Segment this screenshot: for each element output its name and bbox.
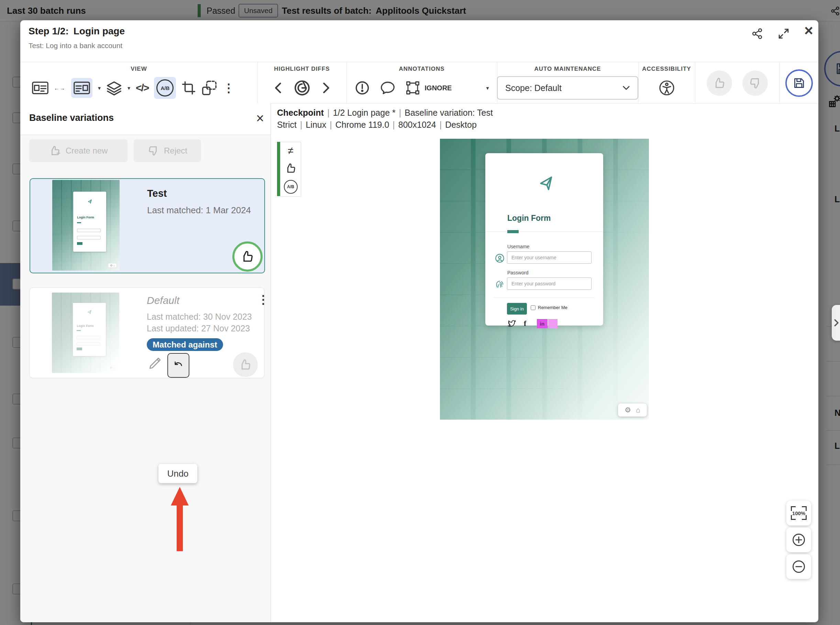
zoom-out-button[interactable] bbox=[786, 554, 811, 579]
dialog-title: Step 1/2: Login page bbox=[28, 26, 125, 37]
accessibility-label: ACCESSIBILITY bbox=[638, 65, 695, 73]
scope-value: Scope: Default bbox=[505, 83, 562, 93]
crop-icon[interactable] bbox=[181, 81, 196, 95]
fingerprint-icon bbox=[495, 280, 505, 289]
highlight-diffs-label: HIGHLIGHT DIFFS bbox=[257, 65, 346, 73]
baseline-card-default[interactable]: Login Form ⚙⌂ ⋮ Default Last matched: 30… bbox=[30, 288, 264, 378]
login-form-heading: Login Form bbox=[507, 214, 551, 223]
red-arrow-annotation bbox=[177, 505, 183, 551]
fullscreen-button[interactable] bbox=[778, 28, 790, 39]
highlight-diffs-icon[interactable] bbox=[293, 79, 311, 96]
applitools-logo bbox=[537, 174, 555, 192]
more-options-icon[interactable]: ⋮ bbox=[223, 81, 234, 95]
ab-icon[interactable]: A/B bbox=[284, 180, 298, 194]
thumbs-up-icon[interactable] bbox=[285, 162, 297, 174]
baseline-card-test[interactable]: Login Form ⚙⌂ Test Last matched: 1 Mar 2… bbox=[30, 178, 265, 274]
sign-in-button[interactable]: Sign in bbox=[507, 303, 527, 314]
annotations-caret-icon[interactable]: ▾ bbox=[486, 85, 489, 91]
step-details-dialog: Step 1/2: Login page Test: Log into a ba… bbox=[20, 20, 818, 622]
accessibility-icon[interactable] bbox=[659, 80, 675, 96]
layers-icon[interactable] bbox=[106, 80, 122, 96]
toolbar-section-accessibility: ACCESSIBILITY bbox=[638, 62, 695, 103]
checkpoint-layout-icon[interactable] bbox=[71, 78, 92, 98]
ab-compare-icon[interactable]: A/B bbox=[154, 77, 176, 99]
variation-name: Test bbox=[147, 188, 167, 199]
baseline-variations-panel: Baseline variations × Create new Reject … bbox=[20, 103, 271, 622]
divider bbox=[485, 232, 603, 232]
ignore-region-button[interactable]: IGNORE bbox=[405, 81, 452, 95]
auto-maintenance-label: AUTO MAINTENANCE bbox=[497, 65, 638, 73]
diff-indicator-strip: ≠ A/B bbox=[277, 142, 301, 196]
gear-icon: ⚙ bbox=[625, 406, 631, 414]
toolbar-section-auto-maintenance: AUTO MAINTENANCE Scope: Default bbox=[497, 62, 639, 103]
ignore-label: IGNORE bbox=[425, 84, 452, 92]
scope-select[interactable]: Scope: Default bbox=[497, 76, 638, 100]
diff-highlight-region bbox=[548, 319, 558, 328]
toolbar-section-highlight-diffs: HIGHLIGHT DIFFS bbox=[257, 62, 347, 103]
comment-icon[interactable] bbox=[380, 80, 395, 95]
share-button[interactable] bbox=[751, 28, 763, 39]
create-new-button[interactable]: Create new bbox=[29, 140, 128, 162]
remember-me-box[interactable] bbox=[531, 305, 536, 310]
username-input[interactable] bbox=[507, 251, 592, 264]
toolbar-section-view: VIEW ←→ ▾ ▾ </> A/B bbox=[20, 62, 258, 103]
screenshot-corner-controls: ⚙ ⌂ bbox=[618, 404, 647, 417]
thumbnail-footer-icons: ⚙⌂ bbox=[108, 263, 117, 268]
linkedin-icon-diff-highlight[interactable]: in bbox=[537, 319, 547, 328]
checkpoint-line-2: Strict|Linux|Chrome 119.0|800x1024|Deskt… bbox=[277, 119, 493, 131]
variation-menu-icon[interactable]: ⋮ bbox=[257, 292, 269, 306]
user-icon bbox=[495, 253, 505, 263]
baseline-thumbnail: Login Form ⚙⌂ bbox=[52, 180, 120, 271]
view-section-label: VIEW bbox=[20, 65, 257, 73]
divider bbox=[494, 297, 595, 298]
checkpoint-line-1: Checkpoint|1/2 Login page *|Baseline var… bbox=[277, 107, 493, 119]
reject-step-button[interactable] bbox=[742, 70, 768, 96]
baseline-thumbnail: Login Form ⚙⌂ bbox=[52, 292, 119, 373]
undo-tooltip: Undo bbox=[159, 464, 197, 483]
panel-header: Baseline variations × bbox=[20, 103, 271, 135]
checkpoint-info: Checkpoint|1/2 Login page *|Baseline var… bbox=[277, 107, 493, 131]
accept-step-button[interactable] bbox=[707, 70, 732, 96]
toolbar: VIEW ←→ ▾ ▾ </> A/B bbox=[20, 62, 818, 104]
login-form-card: Login Form Username Password Sign in Rem… bbox=[485, 153, 603, 325]
diff-icon: ≠ bbox=[288, 145, 293, 157]
baseline-layout-icon[interactable] bbox=[32, 80, 48, 95]
checkpoint-screenshot: Login Form Username Password Sign in Rem… bbox=[440, 139, 649, 420]
code-view-icon[interactable]: </> bbox=[136, 82, 148, 94]
next-diff-icon[interactable] bbox=[323, 82, 330, 94]
variation-last-matched: Last matched: 30 Nov 2023 bbox=[147, 312, 252, 322]
zoom-fit-button[interactable]: 100% bbox=[786, 501, 811, 525]
password-label: Password bbox=[507, 270, 528, 275]
zoom-in-button[interactable] bbox=[786, 527, 811, 552]
accept-variation-button[interactable] bbox=[233, 352, 258, 377]
remember-me-checkbox[interactable]: Remember Me bbox=[531, 305, 567, 310]
twitter-icon[interactable] bbox=[507, 319, 516, 329]
dialog-subtitle: Test: Log into a bank account bbox=[28, 42, 122, 50]
issue-icon[interactable] bbox=[355, 80, 370, 95]
reject-button[interactable]: Reject bbox=[134, 140, 201, 162]
annotations-label: ANNOTATIONS bbox=[346, 65, 497, 73]
variation-last-updated: Last updated: 27 Nov 2023 bbox=[147, 323, 250, 333]
variation-last-matched: Last matched: 1 Mar 2024 bbox=[147, 205, 251, 216]
facebook-icon[interactable]: f bbox=[524, 319, 526, 328]
panel-title: Baseline variations bbox=[29, 113, 114, 123]
layout-caret-icon[interactable]: ▾ bbox=[98, 85, 101, 91]
save-button[interactable] bbox=[785, 69, 813, 97]
prev-diff-icon[interactable] bbox=[274, 82, 282, 94]
edit-variation-icon[interactable] bbox=[148, 356, 162, 370]
toolbar-section-annotations: ANNOTATIONS IGNORE ▾ bbox=[346, 62, 497, 103]
match-regions-icon[interactable] bbox=[201, 80, 217, 96]
red-arrow-annotation bbox=[171, 487, 189, 505]
swap-arrows-icon: ←→ bbox=[54, 85, 65, 91]
close-button[interactable]: × bbox=[804, 25, 813, 36]
password-input[interactable] bbox=[507, 277, 592, 290]
diff-status-bar bbox=[277, 142, 280, 196]
undo-button[interactable] bbox=[167, 353, 189, 378]
toolbar-section-save bbox=[779, 62, 818, 103]
expand-drawer-tab[interactable] bbox=[832, 305, 840, 340]
username-label: Username bbox=[507, 244, 530, 249]
panel-close-icon[interactable]: × bbox=[256, 110, 264, 126]
accept-variation-button[interactable] bbox=[232, 241, 263, 272]
heading-underline bbox=[507, 230, 519, 233]
layers-caret-icon[interactable]: ▾ bbox=[128, 85, 130, 91]
